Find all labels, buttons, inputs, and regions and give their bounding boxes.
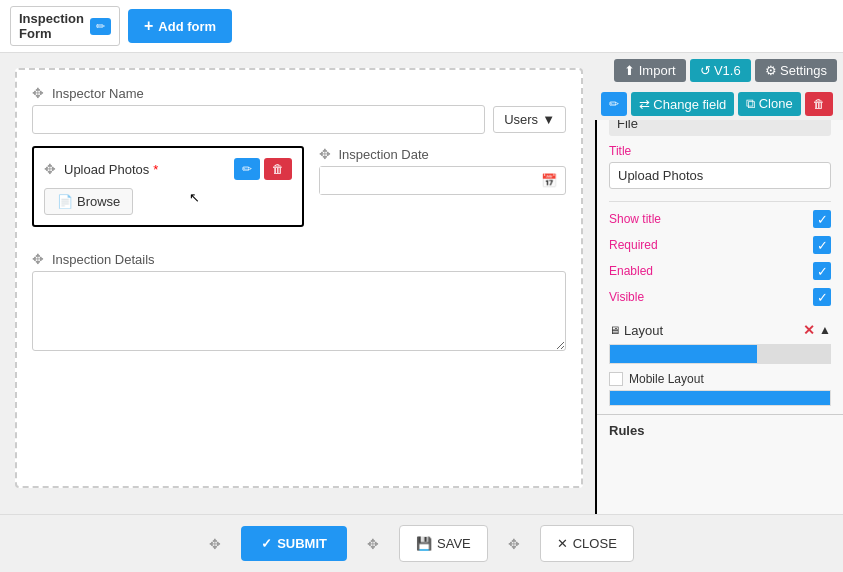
visible-row: Visible ✓ (609, 284, 831, 310)
form-title-edit-button[interactable]: ✏ (90, 18, 111, 35)
version-button[interactable]: ↺ V1.6 (690, 59, 751, 82)
check-icon: ✓ (817, 212, 828, 227)
mobile-bar (609, 390, 831, 406)
inspection-details-move-handle[interactable]: ✥ (32, 251, 44, 267)
enabled-label: Enabled (609, 264, 653, 278)
calendar-icon[interactable]: 📅 (533, 167, 565, 194)
upload-field-edit-button[interactable]: ✏ (234, 158, 260, 180)
rules-section: Rules (597, 414, 843, 446)
inspection-date-label: Inspection Date (339, 147, 429, 162)
clone-icon: ⧉ (746, 96, 755, 111)
check-icon: ✓ (817, 238, 828, 253)
monitor-icon: 🖥 (609, 324, 620, 336)
check-icon: ✓ (261, 536, 272, 551)
swap-icon: ⇄ (639, 97, 650, 112)
form-title-box: Inspection Form ✏ (10, 6, 120, 46)
enabled-checkbox[interactable]: ✓ (813, 262, 831, 280)
right-toolbar-top: ⬆ Import ↺ V1.6 ⚙ Settings (595, 53, 843, 88)
edit-field-button[interactable]: ✏ (601, 92, 627, 116)
visible-label: Visible (609, 290, 644, 304)
mobile-bar-filled (610, 391, 830, 405)
inspector-name-field: ✥ Inspector Name Users ▼ (32, 85, 566, 134)
field-properties-panel: Field properties Field type File Title S… (595, 53, 843, 514)
right-toolbar-actions: ✏ ⇄ Change field ⧉ Clone 🗑 (595, 88, 843, 120)
form-title-text: Inspection Form (19, 11, 84, 41)
inspector-name-input[interactable] (32, 105, 485, 134)
submit-button[interactable]: ✓ SUBMIT (241, 526, 347, 561)
close-button[interactable]: ✕ CLOSE (540, 525, 634, 562)
gear-icon: ⚙ (765, 63, 777, 78)
fp-title-label: Title (609, 144, 831, 158)
rules-label: Rules (609, 423, 644, 438)
close-icon: ✕ (557, 536, 568, 551)
add-form-label: Add form (158, 19, 216, 34)
upload-photos-field: ✥ Upload Photos * ✏ 🗑 📄 Browse (32, 146, 304, 227)
save-move-handle[interactable]: ✥ (367, 536, 379, 552)
required-row: Required ✓ (609, 232, 831, 258)
show-title-checkbox[interactable]: ✓ (813, 210, 831, 228)
show-title-label: Show title (609, 212, 661, 226)
layout-section: 🖥 Layout ✕ ▲ Mobile Layout (597, 318, 843, 414)
inspector-name-label: Inspector Name (52, 86, 144, 101)
users-dropdown-button[interactable]: Users ▼ (493, 106, 566, 133)
required-checkbox[interactable]: ✓ (813, 236, 831, 254)
layout-label: Layout (624, 323, 663, 338)
layout-clear-button[interactable]: ✕ (803, 322, 815, 338)
layout-bar (609, 344, 831, 364)
browse-button[interactable]: 📄 Browse (44, 188, 133, 215)
upload-photos-label: Upload Photos (64, 162, 149, 177)
refresh-icon: ↺ (700, 63, 711, 78)
upload-date-row: ✥ Upload Photos * ✏ 🗑 📄 Browse (32, 146, 566, 239)
clone-button[interactable]: ⧉ Clone (738, 92, 800, 116)
file-icon: 📄 (57, 194, 73, 209)
chevron-down-icon: ▼ (542, 112, 555, 127)
bottom-bar: ✥ ✓ SUBMIT ✥ 💾 SAVE ✥ ✕ CLOSE (0, 514, 843, 572)
change-field-button[interactable]: ⇄ Change field (631, 92, 734, 116)
mobile-layout-row: Mobile Layout (609, 372, 831, 386)
right-panel-toolbar: ⬆ Import ↺ V1.6 ⚙ Settings ✏ ⇄ Change fi… (595, 53, 843, 120)
check-icon: ✓ (817, 264, 828, 279)
submit-move-handle[interactable]: ✥ (209, 536, 221, 552)
date-input-container: 📅 (319, 166, 567, 195)
inspection-date-move-handle[interactable]: ✥ (319, 146, 331, 162)
inspection-details-label: Inspection Details (52, 252, 155, 267)
fp-title-input[interactable] (609, 162, 831, 189)
check-icon: ✓ (817, 290, 828, 305)
settings-button[interactable]: ⚙ Settings (755, 59, 837, 82)
visible-checkbox[interactable]: ✓ (813, 288, 831, 306)
close-move-handle[interactable]: ✥ (508, 536, 520, 552)
show-title-row: Show title ✓ (609, 206, 831, 232)
save-icon: 💾 (416, 536, 432, 551)
mobile-layout-label: Mobile Layout (629, 372, 704, 386)
import-button[interactable]: ⬆ Import (614, 59, 685, 82)
inspection-details-textarea[interactable] (32, 271, 566, 351)
upload-icon: ⬆ (624, 63, 635, 78)
plus-icon: + (144, 17, 153, 35)
layout-bar-empty (757, 345, 830, 363)
required-star: * (153, 162, 158, 177)
top-toolbar: Inspection Form ✏ + Add form (0, 0, 843, 53)
inspection-date-input[interactable] (320, 167, 534, 194)
form-area: ✥ Inspector Name Users ▼ ✥ (15, 68, 583, 488)
add-form-button[interactable]: + Add form (128, 9, 232, 43)
save-button[interactable]: 💾 SAVE (399, 525, 488, 562)
inspector-name-move-handle[interactable]: ✥ (32, 85, 44, 101)
enabled-row: Enabled ✓ (609, 258, 831, 284)
inspection-details-field: ✥ Inspection Details (32, 251, 566, 354)
inspection-date-field: ✥ Inspection Date 📅 (319, 146, 567, 239)
required-label: Required (609, 238, 658, 252)
cursor-indicator: ↖ (189, 190, 200, 205)
delete-button[interactable]: 🗑 (805, 92, 833, 116)
layout-collapse-button[interactable]: ▲ (819, 323, 831, 337)
upload-field-delete-button[interactable]: 🗑 (264, 158, 292, 180)
layout-bar-filled (610, 345, 757, 363)
mobile-layout-checkbox[interactable] (609, 372, 623, 386)
upload-photos-move-handle[interactable]: ✥ (44, 161, 56, 177)
